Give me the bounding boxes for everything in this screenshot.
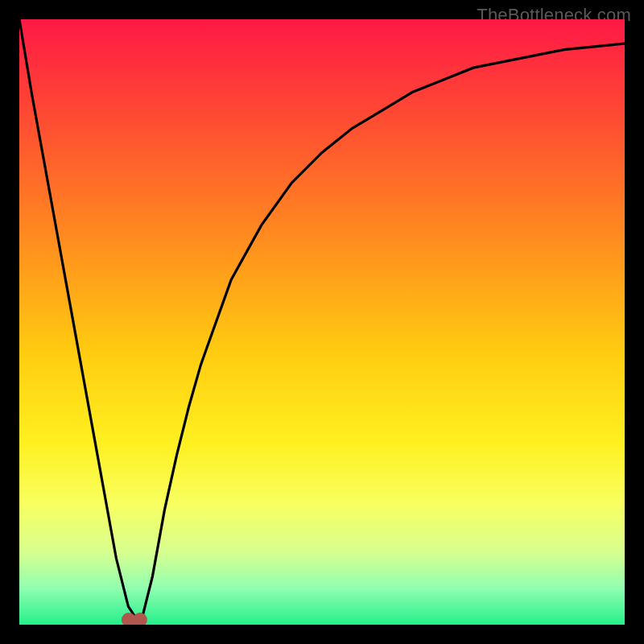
gradient-background	[19, 19, 625, 625]
bottleneck-chart	[19, 19, 625, 625]
chart-frame: TheBottleneck.com	[0, 0, 644, 644]
svg-rect-2	[126, 618, 142, 625]
